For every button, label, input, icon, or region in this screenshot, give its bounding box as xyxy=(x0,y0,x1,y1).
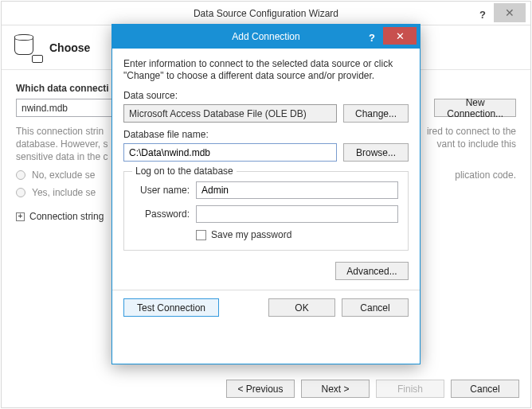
save-password-checkbox[interactable]: Save my password xyxy=(196,229,398,240)
browse-button[interactable]: Browse... xyxy=(343,143,409,162)
test-connection-button[interactable]: Test Connection xyxy=(123,298,219,317)
data-source-display: Microsoft Access Database File (OLE DB) xyxy=(123,104,337,123)
help-icon[interactable]: ? xyxy=(475,6,491,22)
radio-icon xyxy=(16,188,25,197)
modal-title: Add Connection xyxy=(232,31,299,42)
expander-label: Connection string xyxy=(29,211,104,222)
database-icon xyxy=(14,34,41,61)
wizard-titlebar: Data Source Configuration Wizard ? ✕ xyxy=(2,2,530,25)
logon-legend: Log on to the database xyxy=(132,166,237,177)
modal-cancel-button[interactable]: Cancel xyxy=(342,298,409,317)
data-source-label: Data source: xyxy=(123,90,409,101)
close-icon[interactable]: ✕ xyxy=(494,3,526,22)
save-password-label: Save my password xyxy=(211,229,291,240)
add-connection-dialog: Add Connection ? ✕ Enter information to … xyxy=(111,24,421,364)
password-label: Password: xyxy=(134,208,196,220)
modal-body: Enter information to connect to the sele… xyxy=(112,49,420,290)
advanced-button[interactable]: Advanced... xyxy=(335,262,409,280)
change-button[interactable]: Change... xyxy=(343,104,409,123)
cancel-button[interactable]: Cancel xyxy=(451,380,519,398)
modal-footer: Test Connection OK Cancel xyxy=(112,290,420,325)
db-file-input[interactable] xyxy=(123,143,337,162)
modal-titlebar: Add Connection ? ✕ xyxy=(112,25,420,49)
plus-icon: + xyxy=(16,212,25,221)
modal-intro-text: Enter information to connect to the sele… xyxy=(123,58,409,82)
radio-label: Yes, include se xyxy=(32,187,96,198)
radio-icon xyxy=(16,170,25,180)
new-connection-button[interactable]: New Connection... xyxy=(434,99,516,117)
next-button[interactable]: Next > xyxy=(301,380,370,398)
ok-button[interactable]: OK xyxy=(268,298,335,317)
checkbox-icon xyxy=(196,230,206,240)
logon-group: Log on to the database User name: Passwo… xyxy=(123,171,409,251)
wizard-title: Data Source Configuration Wizard xyxy=(194,8,338,19)
help-icon[interactable]: ? xyxy=(364,29,380,45)
password-input[interactable] xyxy=(196,205,398,223)
choose-heading: Choose xyxy=(49,41,90,54)
radio-label: No, exclude se xyxy=(32,169,95,181)
previous-button[interactable]: < Previous xyxy=(226,380,295,398)
wizard-footer: < Previous Next > Finish Cancel xyxy=(226,380,519,398)
close-icon[interactable]: ✕ xyxy=(383,27,417,45)
username-label: User name: xyxy=(134,185,196,196)
username-input[interactable] xyxy=(196,181,398,199)
db-file-label: Database file name: xyxy=(123,129,409,140)
finish-button: Finish xyxy=(376,380,444,398)
radio-suffix: plication code. xyxy=(455,169,516,181)
